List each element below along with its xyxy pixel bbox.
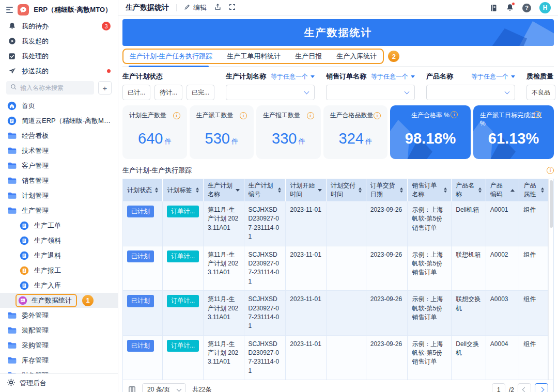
- column-header[interactable]: 订单交货日期: [366, 179, 408, 201]
- kpi-value: 330件: [256, 130, 321, 147]
- column-header[interactable]: 生产计划编号: [244, 179, 286, 201]
- column-header[interactable]: 计划状态: [123, 179, 163, 201]
- sort-icon: [155, 187, 158, 193]
- sidebar-item-production-inbound[interactable]: 生产入库: [0, 278, 118, 293]
- info-icon[interactable]: [451, 111, 458, 118]
- column-header[interactable]: 计划标签: [163, 179, 204, 201]
- document-circle-icon: [20, 251, 29, 260]
- prev-page-button[interactable]: [518, 383, 531, 392]
- avatar[interactable]: H: [539, 2, 551, 13]
- sidebar-item-sales-mgmt[interactable]: 销售管理: [0, 173, 118, 188]
- operator-link[interactable]: 等于任意一个: [371, 72, 415, 81]
- filter-option-pending[interactable]: 待计...: [154, 85, 182, 100]
- filter-option-defective[interactable]: 不良品: [526, 85, 555, 100]
- unread-dot: [107, 69, 111, 73]
- column-settings-icon[interactable]: [128, 386, 136, 392]
- filter-option-planned[interactable]: 已计...: [122, 85, 150, 100]
- sidebar-search-row: +: [0, 79, 118, 98]
- sidebar-item-my-todo[interactable]: 我的待办 3: [0, 19, 118, 34]
- sort-icon: [541, 187, 544, 193]
- sidebar-item-inventory-mgmt[interactable]: 库存管理: [0, 353, 118, 368]
- sidebar-item-production-stats[interactable]: 生产数据统计 1: [0, 293, 118, 308]
- document-circle-icon: [20, 281, 29, 290]
- sidebar-item-production-mgmt[interactable]: 生产管理: [0, 203, 118, 218]
- sidebar-item-initiated-by-me[interactable]: 我发起的: [0, 34, 118, 49]
- plan-table-section-header: 生产计划-生产执行跟踪: [122, 166, 554, 175]
- plan-name-select[interactable]: [226, 85, 315, 100]
- sidebar-item-handled-by-me[interactable]: 我处理的: [0, 49, 118, 64]
- sidebar-item-production-return[interactable]: 生产退料: [0, 248, 118, 263]
- fullscreen-button[interactable]: [229, 4, 236, 12]
- tab-daily-report[interactable]: 生产日报: [295, 52, 322, 61]
- sidebar-item-production-workorder[interactable]: 生产工单: [0, 218, 118, 233]
- info-icon[interactable]: [307, 112, 314, 119]
- sales-order-select[interactable]: [326, 85, 415, 100]
- help-button[interactable]: ?: [522, 4, 531, 12]
- kpi-dispatch-progress: 生产派工目标完成进度 % 61.13%: [473, 105, 554, 159]
- table-row: 已计划 订单计... 第11月-生产计划 2023.11A01 SCJHXSDD…: [123, 201, 548, 246]
- folder-icon: [7, 132, 17, 139]
- share-button[interactable]: [214, 3, 222, 12]
- sidebar-item-assembly-mgmt[interactable]: 装配管理: [0, 323, 118, 338]
- info-icon[interactable]: [547, 167, 554, 174]
- sort-icon: [196, 187, 199, 193]
- sidebar-item-business-board[interactable]: 经营看板: [0, 128, 118, 143]
- info-icon[interactable]: [374, 112, 381, 119]
- edit-button[interactable]: 编辑: [184, 3, 207, 12]
- plan-table: 计划状态 计划标签 生产计划名称 生产计划编号 计划开始时间 计划交付时间 订单…: [122, 179, 554, 380]
- sidebar-item-admin-console[interactable]: 管理后台: [0, 373, 118, 392]
- column-header[interactable]: 产品编码: [486, 179, 519, 201]
- sidebar-item-outsourcing-mgmt[interactable]: 委外管理: [0, 308, 118, 323]
- sidebar-item-customer-mgmt[interactable]: 客户管理: [0, 158, 118, 173]
- sidebar-item-tech-mgmt[interactable]: 技术管理: [0, 143, 118, 158]
- sidebar-item-cc-to-me[interactable]: 抄送我的: [0, 64, 118, 79]
- kpi-cards: 计划生产数量 640件 生产派工数量 530件 生产报工数量 330件 生产合格…: [122, 105, 554, 159]
- column-header[interactable]: 计划开始时间: [286, 179, 327, 201]
- annotation-box-step1: 生产数据统计: [16, 294, 77, 307]
- search-box[interactable]: [6, 81, 94, 95]
- paper-plane-icon: [7, 67, 17, 75]
- sidebar-item-plan-mgmt[interactable]: 计划管理: [0, 188, 118, 203]
- sort-icon: [318, 189, 322, 192]
- caret-down-icon: [411, 75, 415, 78]
- operator-link[interactable]: 等于任意一个: [471, 72, 515, 81]
- operator-link[interactable]: 等于任意一个: [271, 72, 315, 81]
- notifications-button[interactable]: [506, 4, 514, 12]
- menu-toggle-icon[interactable]: [6, 7, 13, 13]
- tab-inbound-stats[interactable]: 生产入库统计: [336, 52, 377, 61]
- info-icon[interactable]: [534, 111, 541, 118]
- column-header[interactable]: 销售订单名称: [408, 179, 452, 201]
- total-count: 共22条: [192, 385, 211, 392]
- folder-icon: [7, 192, 17, 199]
- fullscreen-icon: [229, 4, 236, 12]
- column-header[interactable]: 产品名称: [452, 179, 486, 201]
- sidebar-item-production-picking[interactable]: 生产领料: [0, 233, 118, 248]
- current-page-input[interactable]: 1: [492, 383, 505, 392]
- sidebar-item-home[interactable]: 首页: [0, 98, 118, 113]
- sidebar-item-production-report[interactable]: 生产报工: [0, 263, 118, 278]
- info-icon[interactable]: [240, 112, 247, 119]
- sidebar-item-finance-mgmt[interactable]: 财务管理: [0, 368, 118, 373]
- search-input[interactable]: [20, 84, 90, 91]
- tab-plan-task-tracking[interactable]: 生产计划-生产任务执行跟踪: [130, 52, 212, 61]
- chevron-down-icon: [405, 89, 410, 95]
- sidebar-item-purchase-mgmt[interactable]: 采购管理: [0, 338, 118, 353]
- tab-workorder-material-stats[interactable]: 生产工单用料统计: [227, 52, 281, 61]
- next-page-button[interactable]: [535, 383, 548, 392]
- scrollbar-thumb[interactable]: [550, 180, 553, 228]
- play-circle-icon: [7, 37, 17, 45]
- column-header[interactable]: 计划交付时间: [327, 179, 366, 201]
- sort-icon: [510, 189, 515, 192]
- chevron-right-icon: [539, 387, 544, 392]
- product-name-select[interactable]: [426, 85, 515, 100]
- add-button[interactable]: +: [98, 81, 112, 95]
- sidebar-item-jdy-erp[interactable]: 简道云ERP（精细版-离散MTO）「...: [0, 113, 118, 128]
- table-scrollbar[interactable]: [548, 179, 553, 380]
- journal-icon[interactable]: [490, 4, 498, 12]
- page-size-select[interactable]: 20 条/页: [142, 383, 186, 392]
- info-icon[interactable]: [173, 112, 180, 119]
- tag-badge: 订单计...: [167, 295, 199, 307]
- column-header[interactable]: 产品属性: [519, 179, 548, 201]
- filter-option-completed[interactable]: 已完...: [187, 85, 214, 100]
- column-header[interactable]: 生产计划名称: [203, 179, 244, 201]
